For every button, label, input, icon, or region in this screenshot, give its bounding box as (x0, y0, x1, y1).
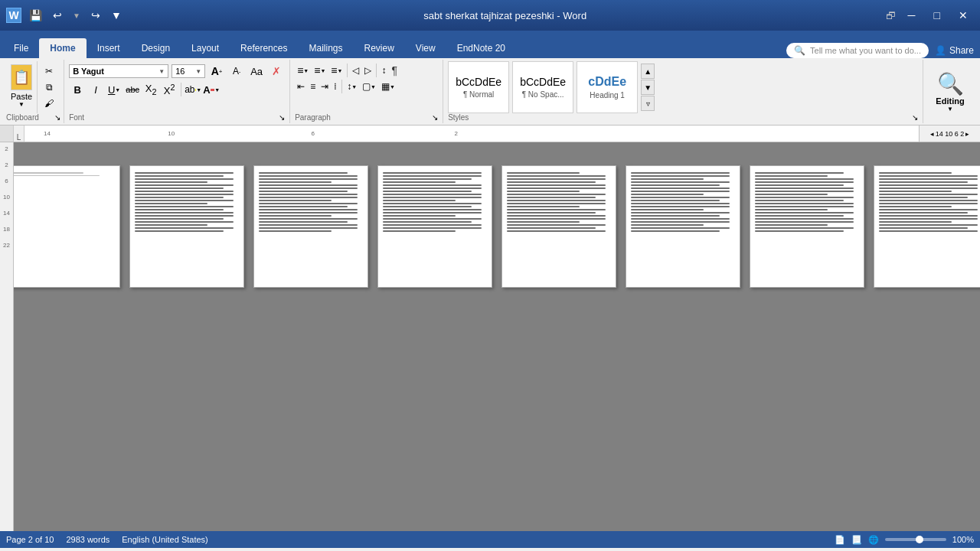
multilevel-list-button[interactable]: ≡▼ (328, 63, 345, 78)
tab-file[interactable]: File (3, 38, 39, 58)
tab-home[interactable]: Home (39, 38, 86, 58)
align-right-button[interactable]: ⇥ (318, 80, 331, 93)
justify-button[interactable]: ⁞ (332, 80, 339, 93)
ribbon-tabs: File Home Insert Design Layout Reference… (0, 31, 980, 58)
paragraph-group: ≡▼ ≡▼ ≡▼ ◁ ▷ ↕ (290, 60, 443, 123)
line-spacing-button[interactable]: ↕▼ (345, 80, 359, 93)
subscript-button[interactable]: X2 (142, 81, 159, 98)
print-layout-icon[interactable]: 📃 (851, 535, 862, 545)
clipboard-expand-button[interactable]: ↘ (54, 113, 60, 122)
tab-insert[interactable]: Insert (87, 38, 131, 58)
page-thumb-1[interactable] (14, 165, 120, 288)
zoom-level[interactable]: 100% (952, 535, 974, 544)
show-hide-button[interactable]: ¶ (389, 63, 400, 78)
editing-group: 🔍 Editing ▼ (923, 60, 977, 123)
page-thumb-6[interactable] (626, 165, 740, 288)
style-normal[interactable]: bCcDdEe ¶ Normal (448, 61, 509, 113)
tab-references[interactable]: References (230, 38, 298, 58)
styles-expand-button[interactable]: ↘ (912, 113, 918, 122)
format-painter-button[interactable]: 🖌 (41, 96, 57, 111)
sort-icon: ↕ (381, 65, 386, 76)
borders-button[interactable]: ▦▼ (379, 80, 397, 93)
share-button[interactable]: 👤 Share (935, 45, 974, 56)
font-name-selector[interactable]: B Yagut ▼ (69, 64, 168, 78)
search-box[interactable]: 🔍 Tell me what you want to do... (786, 43, 929, 58)
undo-button[interactable]: ↩ (50, 8, 65, 23)
font-format-row: B I U ▼ abc X2 X2 (69, 81, 285, 98)
font-grow-icon: A (211, 65, 219, 77)
document-area[interactable] (14, 142, 980, 531)
sort-button[interactable]: ↕ (379, 64, 388, 77)
font-size-selector[interactable]: 16 ▼ (172, 64, 205, 78)
page-thumb-7[interactable] (750, 165, 864, 288)
text-highlight-button[interactable]: ab ▼ (185, 81, 201, 98)
redo-button[interactable]: ↪ (88, 8, 103, 23)
page-thumb-8[interactable] (874, 165, 980, 288)
page-thumb-3[interactable] (253, 165, 368, 288)
format-painter-icon: 🖌 (44, 98, 54, 109)
style-heading1[interactable]: cDdEe Heading 1 (577, 61, 638, 113)
title-bar-left: W 💾 ↩ ▼ ↪ ▼ (6, 8, 125, 23)
strikethrough-button[interactable]: abc (124, 81, 141, 98)
copy-button[interactable]: ⧉ (41, 80, 57, 95)
customize-quick-access[interactable]: ▼ (108, 8, 125, 23)
bullets-arrow: ▼ (303, 68, 309, 73)
font-color-button[interactable]: A ▼ (203, 81, 220, 98)
page-3-content (254, 166, 368, 238)
font-color-icon: A (203, 84, 210, 96)
web-layout-icon[interactable]: 🌐 (868, 535, 879, 545)
maximize-button[interactable]: □ (928, 8, 946, 23)
paragraph-expand-button[interactable]: ↘ (432, 113, 438, 122)
status-right: 📄 📃 🌐 100% (835, 535, 974, 545)
style-no-spacing-label: ¶ No Spac... (522, 90, 564, 99)
multilevel-arrow: ▼ (338, 68, 343, 73)
decrease-indent-button[interactable]: ◁ (350, 64, 361, 77)
styles-expand[interactable]: ▿ (641, 96, 655, 111)
increase-indent-icon: ▷ (364, 65, 371, 76)
tab-design[interactable]: Design (131, 38, 181, 58)
bold-button[interactable]: B (69, 81, 86, 98)
change-case-button[interactable]: Aa (248, 63, 265, 80)
minimize-button[interactable]: ─ (902, 8, 922, 23)
page-thumb-5[interactable] (501, 165, 616, 288)
cut-button[interactable]: ✂ (41, 64, 57, 79)
page-thumb-2[interactable] (129, 165, 244, 288)
align-center-icon: ≡ (310, 81, 315, 92)
numbering-button[interactable]: ≡▼ (312, 63, 328, 78)
clipboard-small-buttons: ✂ ⧉ 🖌 (38, 61, 60, 113)
tab-endnote[interactable]: EndNote 20 (446, 38, 516, 58)
editing-button[interactable]: 🔍 Editing ▼ (936, 71, 964, 112)
font-expand-button[interactable]: ↘ (279, 113, 285, 122)
style-heading1-sample: cDdEe (588, 75, 626, 89)
styles-scroll-buttons: ▲ ▼ ▿ (641, 61, 655, 113)
increase-indent-button[interactable]: ▷ (362, 64, 374, 77)
tab-layout[interactable]: Layout (181, 38, 230, 58)
font-grow-button[interactable]: A+ (208, 63, 225, 80)
zoom-slider[interactable] (885, 538, 946, 541)
styles-scroll-down[interactable]: ▼ (641, 80, 655, 95)
bullets-button[interactable]: ≡▼ (295, 63, 311, 78)
styles-scroll-up[interactable]: ▲ (641, 64, 655, 79)
italic-button[interactable]: I (87, 81, 104, 98)
restore-down-button[interactable]: 🗗 (886, 10, 896, 21)
style-no-spacing[interactable]: bCcDdEe ¶ No Spac... (512, 61, 573, 113)
underline-button[interactable]: U ▼ (106, 81, 122, 98)
close-button[interactable]: ✕ (952, 8, 974, 23)
paste-button[interactable]: 📋 Paste ▼ (6, 61, 38, 113)
clear-formatting-button[interactable]: ✗ (268, 63, 285, 80)
clear-formatting-icon: ✗ (272, 65, 281, 77)
read-mode-icon[interactable]: 📄 (835, 535, 845, 545)
page-1-content (14, 166, 119, 230)
font-shrink-button[interactable]: A- (228, 63, 245, 80)
change-case-icon: Aa (250, 66, 263, 77)
superscript-button[interactable]: X2 (161, 81, 178, 98)
shading-button[interactable]: ▢▼ (360, 80, 378, 93)
align-center-button[interactable]: ≡ (308, 80, 318, 93)
ruler-num-6: 6 (311, 130, 314, 137)
tab-mailings[interactable]: Mailings (298, 38, 353, 58)
tab-view[interactable]: View (405, 38, 446, 58)
align-left-button[interactable]: ⇤ (295, 80, 307, 93)
tab-review[interactable]: Review (353, 38, 404, 58)
save-quick-button[interactable]: 💾 (26, 8, 45, 23)
page-thumb-4[interactable] (377, 165, 492, 288)
